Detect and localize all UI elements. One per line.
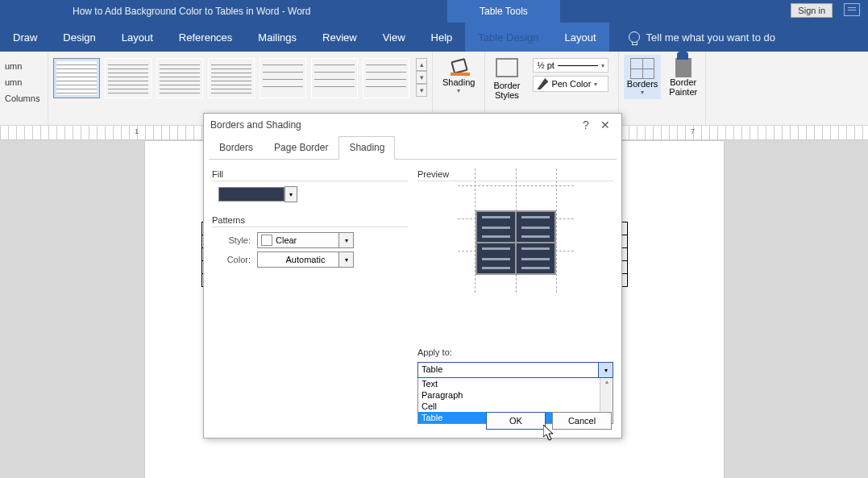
dialog-title: Borders and Shading — [210, 119, 301, 131]
borders-shading-dialog: Borders and Shading ? ✕ Borders Page Bor… — [203, 113, 622, 439]
chevron-down-icon[interactable]: ▾ — [416, 71, 427, 84]
apply-option-paragraph[interactable]: Paragraph — [418, 389, 613, 401]
tab-design[interactable]: Design — [50, 23, 108, 52]
tab-draw[interactable]: Draw — [0, 23, 50, 52]
context-tab-table-tools: Table Tools — [447, 0, 560, 23]
style-label: Style: — [218, 235, 251, 245]
gallery-scroll[interactable]: ▴ ▾ ▾ — [416, 58, 427, 97]
tab-view[interactable]: View — [370, 23, 418, 52]
clear-swatch-icon — [261, 235, 272, 246]
table-style-thumb[interactable] — [156, 58, 203, 98]
ribbon-display-options-button[interactable] — [844, 3, 860, 16]
fill-color-swatch[interactable] — [218, 187, 284, 202]
tell-me-placeholder: Tell me what you want to do — [646, 31, 775, 44]
apply-option-text[interactable]: Text — [418, 378, 613, 389]
color-label: Color: — [218, 255, 251, 264]
chevron-down-icon: ▾ — [601, 62, 604, 69]
fill-color-dropdown[interactable]: ▾ — [284, 186, 297, 202]
dialog-tab-shading[interactable]: Shading — [338, 136, 395, 160]
border-painter-button[interactable]: Border Painter — [666, 55, 700, 100]
chevron-down-icon: ▾ — [338, 233, 353, 247]
patterns-section-label: Patterns — [212, 215, 408, 227]
table-style-thumb[interactable] — [208, 58, 255, 98]
chevron-down-icon: ▾ — [457, 87, 460, 94]
table-style-options: umn umn Columns — [5, 55, 39, 106]
pen-weight-select[interactable]: ½ pt ▾ — [533, 58, 608, 73]
chevron-up-icon[interactable]: ▴ — [600, 378, 613, 385]
title-bar: How to Add Background Color to Tables in… — [0, 0, 868, 23]
apply-to-label: Apply to: — [417, 347, 613, 357]
shading-button[interactable]: Shading ▾ — [438, 55, 480, 98]
dialog-tab-borders[interactable]: Borders — [209, 136, 264, 159]
chevron-up-icon[interactable]: ▴ — [416, 58, 427, 71]
tab-review[interactable]: Review — [309, 23, 370, 52]
chevron-down-icon: ▾ — [338, 252, 353, 267]
dialog-tab-page-border[interactable]: Page Border — [264, 136, 338, 159]
chevron-down-icon: ▾ — [641, 89, 644, 96]
close-button[interactable]: ✕ — [596, 118, 615, 131]
table-style-thumb[interactable] — [260, 58, 306, 98]
pattern-style-select[interactable]: Clear ▾ — [257, 232, 354, 248]
tell-me-search[interactable]: Tell me what you want to do — [629, 31, 775, 44]
table-style-thumb[interactable] — [311, 58, 358, 98]
fill-section-label: Fill — [212, 169, 408, 181]
tab-help[interactable]: Help — [418, 23, 466, 52]
pen-icon — [537, 78, 548, 89]
menu-bar: Draw Design Layout References Mailings R… — [0, 23, 868, 52]
table-style-thumb[interactable] — [53, 58, 100, 98]
apply-option-cell[interactable]: Cell — [418, 401, 613, 412]
border-styles-button[interactable]: Border Styles — [490, 55, 523, 103]
sign-in-button[interactable]: Sign in — [791, 3, 833, 18]
chevron-down-icon: ▾ — [598, 363, 613, 377]
shading-preview — [417, 186, 613, 275]
chevron-down-icon: ▾ — [594, 81, 597, 88]
pattern-color-select[interactable]: Automatic ▾ — [257, 251, 354, 268]
document-title: How to Add Background Color to Tables in… — [73, 6, 310, 17]
tab-table-design[interactable]: Table Design — [465, 23, 551, 52]
tab-references[interactable]: References — [166, 23, 245, 52]
help-button[interactable]: ? — [576, 118, 596, 131]
dialog-title-bar: Borders and Shading ? ✕ — [204, 114, 621, 136]
lightbulb-icon — [629, 31, 640, 43]
paintbrush-icon — [675, 58, 691, 77]
tab-table-layout[interactable]: Layout — [552, 23, 609, 52]
table-style-thumb[interactable] — [363, 58, 409, 98]
pen-color-button[interactable]: Pen Color ▾ — [533, 76, 608, 92]
gallery-more-icon[interactable]: ▾ — [416, 84, 427, 97]
paint-bucket-icon — [449, 58, 468, 74]
tab-mailings[interactable]: Mailings — [245, 23, 309, 52]
borders-button[interactable]: Borders ▾ — [624, 55, 662, 99]
table-style-thumb[interactable] — [105, 58, 152, 98]
apply-to-select[interactable]: Table ▾ — [417, 362, 613, 378]
tab-layout[interactable]: Layout — [109, 23, 166, 52]
ok-button[interactable]: OK — [486, 412, 546, 430]
border-styles-icon — [496, 58, 518, 77]
borders-icon — [630, 58, 654, 79]
cancel-button[interactable]: Cancel — [552, 412, 612, 430]
dialog-tabs: Borders Page Border Shading — [209, 136, 617, 160]
